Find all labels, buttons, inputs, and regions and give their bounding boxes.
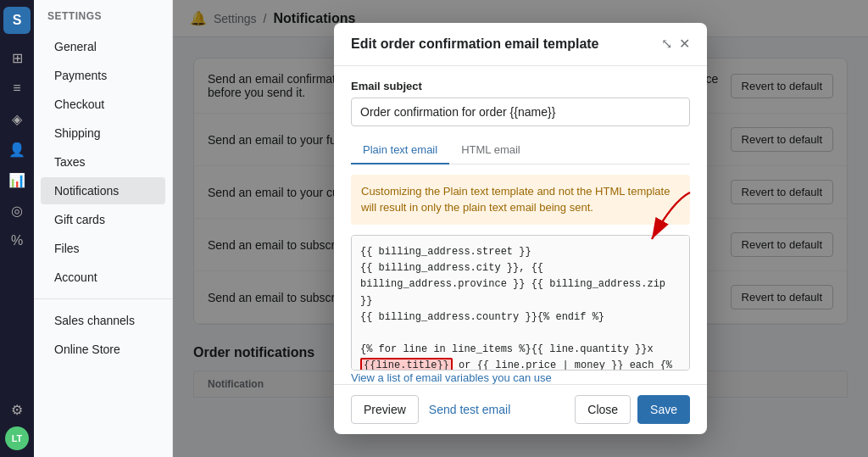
sidebar-item-taxes[interactable]: Taxes — [41, 148, 165, 176]
sidebar-item-online-store[interactable]: Online Store — [41, 336, 165, 363]
sidebar-item-sales-channels[interactable]: Sales channels — [41, 307, 165, 334]
sidebar-item-shipping[interactable]: Shipping — [41, 120, 165, 147]
sidebar-divider — [34, 298, 172, 299]
modal-footer: Preview Send test email Close Save — [334, 384, 707, 434]
email-subject-label: Email subject — [351, 80, 690, 92]
highlighted-variable: {{line.title}} — [360, 358, 453, 371]
variables-link[interactable]: View a list of email variables you can u… — [351, 371, 552, 384]
modal-title: Edit order confirmation email template — [351, 36, 599, 52]
apps-icon[interactable]: ⚙ — [3, 396, 31, 423]
sidebar-item-notifications[interactable]: Notifications — [41, 177, 165, 204]
tab-html-email[interactable]: HTML email — [449, 137, 532, 164]
home-icon[interactable]: ⊞ — [3, 44, 31, 71]
analytics-icon[interactable]: 📊 — [3, 166, 31, 193]
template-code-editor[interactable]: {{ billing_address.street }} {{ billing_… — [351, 235, 690, 371]
orders-icon[interactable]: ≡ — [3, 75, 31, 102]
modal-footer-left: Preview Send test email — [351, 395, 568, 424]
main-content: 🔔 Settings / Notifications Send an email… — [173, 0, 868, 457]
modal-header: Edit order confirmation email template ⤡… — [334, 23, 707, 66]
code-line-2: {{ billing_address.city }}, {{ billing_a… — [360, 260, 681, 309]
customers-icon[interactable]: 👤 — [3, 136, 31, 163]
code-line-3: {{ billing_address.country }}{% endif %} — [360, 309, 681, 326]
settings-sidebar: SETTINGS General Payments Checkout Shipp… — [34, 0, 173, 457]
sidebar-item-files[interactable]: Files — [41, 235, 165, 262]
sidebar-header: SETTINGS — [34, 0, 172, 32]
close-icon[interactable]: ✕ — [679, 37, 690, 51]
modal-footer-right: Close Save — [575, 395, 690, 424]
avatar[interactable]: LT — [5, 426, 29, 450]
sidebar-item-gift-cards[interactable]: Gift cards — [41, 206, 165, 233]
preview-button[interactable]: Preview — [351, 395, 419, 424]
warning-message: Customizing the Plain text template and … — [351, 175, 690, 225]
send-test-button[interactable]: Send test email — [426, 395, 515, 424]
save-button[interactable]: Save — [637, 395, 690, 424]
close-button[interactable]: Close — [575, 395, 631, 424]
code-line-4: {% for line in line_items %}{{ line.quan… — [360, 342, 681, 371]
code-line-1: {{ billing_address.street }} — [360, 244, 681, 260]
app-navigation: S ⊞ ≡ ◈ 👤 📊 ◎ % ⚙ LT — [0, 0, 34, 457]
modal-overlay[interactable]: Edit order confirmation email template ⤡… — [173, 0, 868, 457]
modal-body: Email subject Plain text email HTML emai… — [334, 66, 707, 384]
sidebar-item-checkout[interactable]: Checkout — [41, 91, 165, 118]
sidebar-item-payments[interactable]: Payments — [41, 62, 165, 89]
email-subject-input[interactable] — [351, 98, 690, 126]
modal-header-actions: ⤡ ✕ — [661, 37, 690, 51]
code-area-wrapper: {{ billing_address.street }} {{ billing_… — [351, 235, 690, 371]
expand-icon[interactable]: ⤡ — [661, 37, 672, 51]
template-tabs: Plain text email HTML email — [351, 137, 690, 164]
sidebar-item-general[interactable]: General — [41, 33, 165, 60]
discounts-icon[interactable]: % — [3, 227, 31, 254]
tab-plain-text[interactable]: Plain text email — [351, 137, 449, 164]
sidebar-item-account[interactable]: Account — [41, 264, 165, 291]
app-logo[interactable]: S — [3, 7, 31, 34]
email-template-modal: Edit order confirmation email template ⤡… — [334, 23, 707, 434]
marketing-icon[interactable]: ◎ — [3, 197, 31, 224]
products-icon[interactable]: ◈ — [3, 105, 31, 132]
